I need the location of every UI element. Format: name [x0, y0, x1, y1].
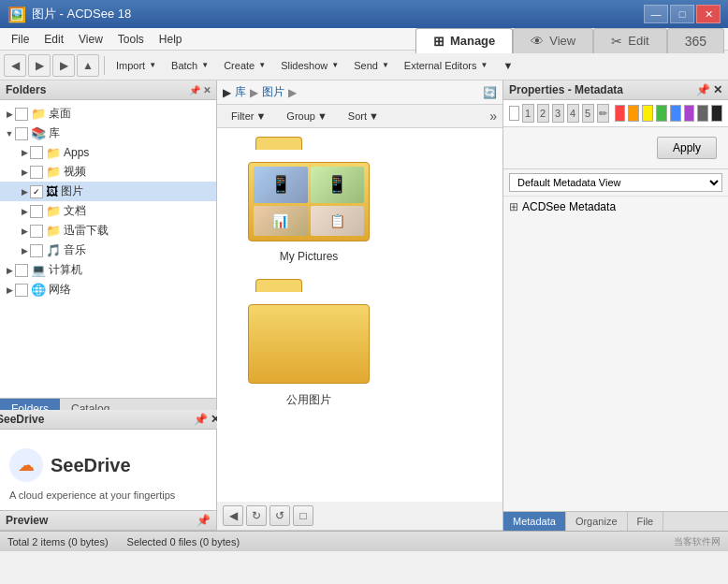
- group-button[interactable]: Group ▼: [278, 108, 335, 124]
- right-tab-organize[interactable]: Organize: [566, 512, 628, 531]
- expand-video-icon[interactable]: ▶: [19, 168, 30, 177]
- right-tab-metadata[interactable]: Metadata: [503, 512, 566, 531]
- apply-button[interactable]: Apply: [657, 137, 717, 159]
- tree-item-computer[interactable]: ▶ 💻 计算机: [0, 260, 216, 280]
- seedrive-pin-button[interactable]: 📌: [194, 413, 208, 426]
- tree-item-xunlei[interactable]: ▶ 📁 迅雷下载: [0, 221, 216, 241]
- expand-desktop-icon[interactable]: ▶: [4, 110, 15, 119]
- expand-filterbar-icon[interactable]: »: [489, 109, 497, 124]
- tree-item-ku[interactable]: ▼ 📚 库: [0, 124, 216, 143]
- tree-item-music[interactable]: ▶ 🎵 音乐: [0, 241, 216, 260]
- color-blue-button[interactable]: [670, 105, 681, 122]
- batch-button[interactable]: Batch ▼: [165, 56, 215, 75]
- meta-num-1[interactable]: 1: [522, 104, 534, 123]
- meta-num-5[interactable]: 5: [582, 104, 594, 123]
- acdsee-meta-expand-icon[interactable]: ⊞: [509, 200, 518, 213]
- nav-forward-button[interactable]: ▶: [28, 54, 51, 77]
- panel-close-button[interactable]: ✕: [203, 85, 211, 95]
- tree-item-docs[interactable]: ▶ 📁 文档: [0, 201, 216, 221]
- expand-docs-icon[interactable]: ▶: [19, 207, 30, 216]
- import-button[interactable]: Import ▼: [109, 56, 163, 75]
- checkbox-pictures[interactable]: ✓: [30, 185, 43, 198]
- expand-music-icon[interactable]: ▶: [19, 246, 30, 256]
- expand-computer-icon[interactable]: ▶: [4, 266, 15, 275]
- path-nav-left-icon: ▶: [223, 86, 231, 99]
- metadata-checkbox[interactable]: [509, 106, 519, 121]
- maximize-button[interactable]: □: [670, 5, 694, 23]
- meta-num-3[interactable]: 3: [552, 104, 564, 123]
- metadata-view-dropdown[interactable]: Default Metadata View: [509, 173, 722, 192]
- tree-item-apps[interactable]: ▶ 📁 Apps: [0, 143, 216, 162]
- checkbox-music[interactable]: [30, 244, 43, 257]
- content-area[interactable]: 📱 📱 📊 📋: [217, 128, 502, 502]
- nav-up-button[interactable]: ▲: [77, 54, 99, 77]
- path-segment-ku[interactable]: 库: [235, 84, 246, 100]
- checkbox-xunlei[interactable]: [30, 225, 43, 238]
- minimize-button[interactable]: —: [644, 5, 668, 23]
- right-panel-close-button[interactable]: ✕: [713, 83, 722, 96]
- tab-view[interactable]: 👁 View: [513, 28, 593, 53]
- filter-button[interactable]: Filter ▼: [223, 108, 274, 124]
- meta-edit-button[interactable]: ✏: [597, 104, 609, 123]
- title-bar-controls: — □ ✕: [644, 5, 721, 23]
- path-segment-pictures[interactable]: 图片: [262, 84, 284, 100]
- expand-network-icon[interactable]: ▶: [4, 285, 15, 295]
- folder-docs-icon: 📁: [46, 204, 61, 218]
- expand-ku-icon[interactable]: ▼: [4, 129, 15, 139]
- color-black-button[interactable]: [711, 105, 722, 122]
- menu-edit[interactable]: Edit: [36, 31, 71, 48]
- color-yellow-button[interactable]: [642, 105, 653, 122]
- checkbox-computer[interactable]: [15, 264, 28, 277]
- menu-tools[interactable]: Tools: [110, 31, 152, 48]
- menu-help[interactable]: Help: [152, 31, 190, 48]
- preview-pin-button[interactable]: 📌: [197, 514, 211, 527]
- folder-photo-4: 📋: [311, 206, 365, 237]
- tab-edit[interactable]: ✂ Edit: [593, 28, 666, 53]
- ct-refresh1-button[interactable]: ↻: [246, 505, 267, 526]
- ct-refresh2-button[interactable]: ↺: [269, 505, 290, 526]
- checkbox-docs[interactable]: [30, 205, 43, 218]
- expand-pictures-icon[interactable]: ▶: [19, 187, 30, 197]
- tree-item-pictures[interactable]: ▶ ✓ 🖼 图片: [0, 182, 216, 201]
- color-orange-button[interactable]: [628, 105, 639, 122]
- nav-forward2-button[interactable]: ▶: [52, 54, 75, 77]
- color-red-button[interactable]: [615, 105, 626, 122]
- color-purple-button[interactable]: [684, 105, 695, 122]
- checkbox-video[interactable]: [30, 166, 43, 179]
- tree-item-video[interactable]: ▶ 📁 视频: [0, 162, 216, 182]
- checkbox-apps[interactable]: [30, 146, 43, 159]
- nav-back-button[interactable]: ◀: [4, 54, 26, 77]
- color-gray-button[interactable]: [697, 105, 708, 122]
- refresh-button[interactable]: 🔄: [483, 86, 497, 99]
- folder-tree[interactable]: ▶ 📁 桌面 ▼ 📚 库 ▶ 📁 Apps ▶: [0, 100, 216, 398]
- color-green-button[interactable]: [656, 105, 667, 122]
- tree-item-desktop[interactable]: ▶ 📁 桌面: [0, 104, 216, 124]
- menu-view[interactable]: View: [71, 31, 110, 48]
- menu-file[interactable]: File: [4, 31, 36, 48]
- sort-button[interactable]: Sort ▼: [340, 108, 387, 124]
- tab-manage[interactable]: ⊞ Manage: [415, 28, 513, 53]
- thumbnail-my-pictures[interactable]: 📱 📱 📊 📋: [225, 136, 393, 270]
- right-tab-file[interactable]: File: [628, 512, 664, 531]
- more-button[interactable]: ▼: [496, 56, 519, 75]
- close-button[interactable]: ✕: [696, 5, 721, 23]
- tab-365[interactable]: 365: [667, 28, 724, 53]
- ct-fullscreen-button[interactable]: □: [293, 505, 313, 526]
- meta-num-2[interactable]: 2: [537, 104, 549, 123]
- slideshow-button[interactable]: Slideshow ▼: [274, 56, 345, 75]
- tree-item-network[interactable]: ▶ 🌐 网络: [0, 280, 216, 299]
- ct-back-button[interactable]: ◀: [223, 505, 243, 526]
- expand-apps-icon[interactable]: ▶: [19, 148, 30, 157]
- checkbox-ku[interactable]: [15, 127, 28, 140]
- expand-xunlei-icon[interactable]: ▶: [19, 226, 30, 236]
- checkbox-network[interactable]: [15, 284, 28, 297]
- panel-pin-button[interactable]: 📌: [189, 85, 200, 95]
- meta-num-4[interactable]: 4: [567, 104, 579, 123]
- send-button[interactable]: Send ▼: [347, 56, 396, 75]
- checkbox-desktop[interactable]: [15, 108, 28, 121]
- create-button[interactable]: Create ▼: [217, 56, 272, 75]
- right-panel-pin-button[interactable]: 📌: [696, 83, 710, 96]
- external-editors-button[interactable]: External Editors ▼: [398, 56, 495, 75]
- my-pictures-folder: 📱 📱 📊 📋: [248, 148, 370, 241]
- thumbnail-public-pictures[interactable]: 公用图片: [225, 278, 393, 416]
